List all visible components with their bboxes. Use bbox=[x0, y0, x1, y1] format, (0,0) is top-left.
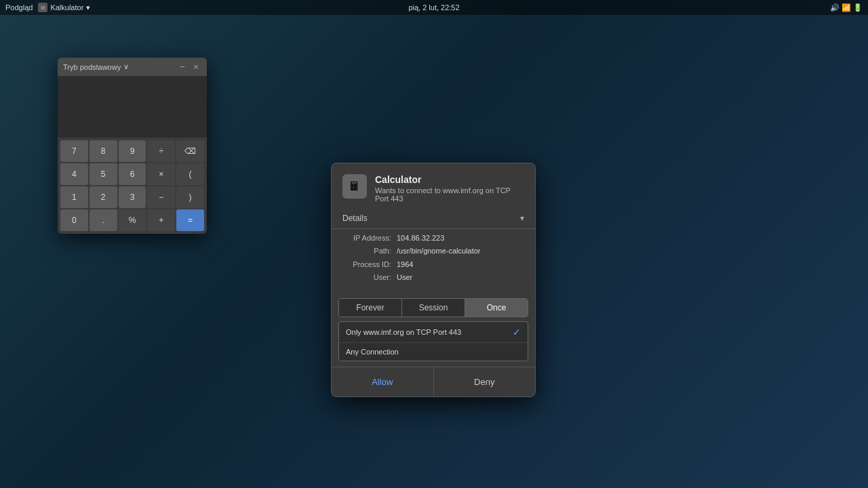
calc-title-arrow[interactable]: ∨ bbox=[123, 62, 129, 71]
app-icon: 🖩 bbox=[342, 174, 367, 199]
calc-key-backspace[interactable]: ⌫ bbox=[176, 140, 204, 162]
deny-button[interactable]: Deny bbox=[434, 367, 536, 396]
calc-key-2[interactable]: 2 bbox=[90, 186, 117, 208]
calc-close-button[interactable]: × bbox=[191, 62, 201, 73]
connection-options: Only www.imf.org on TCP Port 443 ✓ Any C… bbox=[338, 321, 528, 361]
taskbar-right: 🔊 📶 🔋 bbox=[830, 3, 863, 12]
taskbar-app-preview[interactable]: Podgląd bbox=[5, 3, 33, 12]
taskbar-app-calculator[interactable]: ⊞ Kalkulator ▾ bbox=[38, 3, 90, 12]
option-specific-label: Only www.imf.org on TCP Port 443 bbox=[346, 328, 461, 336]
taskbar-calc-label: Kalkulator bbox=[50, 3, 83, 12]
calc-key-add[interactable]: + bbox=[147, 209, 175, 231]
taskbar-left: Podgląd ⊞ Kalkulator ▾ bbox=[5, 3, 90, 12]
calc-key-open-paren[interactable]: ( bbox=[176, 163, 204, 185]
desktop: Tryb podstawowy ∨ − × 7 8 9 ÷ ⌫ 4 5 6 × … bbox=[0, 15, 868, 488]
calc-key-1[interactable]: 1 bbox=[60, 186, 88, 208]
calc-key-percent[interactable]: % bbox=[119, 209, 146, 231]
calc-key-7[interactable]: 7 bbox=[60, 140, 88, 162]
calc-title-text: Tryb podstawowy ∨ bbox=[63, 62, 129, 71]
option-any-label: Any Connection bbox=[346, 348, 399, 356]
ip-label: IP Address: bbox=[342, 233, 397, 243]
calc-titlebar: Tryb podstawowy ∨ − × bbox=[58, 58, 207, 77]
info-row-ip: IP Address: 104.86.32.223 bbox=[342, 233, 524, 243]
tab-session[interactable]: Session bbox=[402, 299, 465, 317]
path-value: /usr/bin/gnome-calculator bbox=[397, 246, 481, 256]
path-label: Path: bbox=[342, 246, 397, 256]
taskbar-calc-arrow: ▾ bbox=[86, 3, 90, 12]
details-label: Details bbox=[342, 214, 368, 223]
option-specific-check: ✓ bbox=[513, 327, 521, 338]
option-specific[interactable]: Only www.imf.org on TCP Port 443 ✓ bbox=[339, 322, 528, 343]
tab-once[interactable]: Once bbox=[465, 299, 528, 317]
details-arrow-icon: ▾ bbox=[520, 214, 524, 223]
calc-key-sub[interactable]: − bbox=[147, 186, 175, 208]
dialog-app-name: Calculator bbox=[375, 174, 524, 185]
process-value: 1964 bbox=[397, 260, 413, 270]
calc-key-6[interactable]: 6 bbox=[119, 163, 146, 185]
firewall-dialog: 🖩 Calculator Wants to connect to www.imf… bbox=[331, 163, 536, 397]
calc-key-4[interactable]: 4 bbox=[60, 163, 88, 185]
dialog-details-toggle[interactable]: Details ▾ bbox=[332, 211, 535, 228]
ip-value: 104.86.32.223 bbox=[397, 233, 444, 243]
calc-buttons: 7 8 9 ÷ ⌫ 4 5 6 × ( 1 2 3 − ) 0 . % + = bbox=[58, 138, 207, 234]
allow-button[interactable]: Allow bbox=[332, 367, 434, 396]
calc-key-div[interactable]: ÷ bbox=[147, 140, 175, 162]
taskbar-datetime: pią, 2 lut, 22:52 bbox=[408, 3, 459, 12]
calc-title-label: Tryb podstawowy bbox=[63, 63, 121, 71]
process-label: Process ID: bbox=[342, 260, 397, 270]
calc-key-3[interactable]: 3 bbox=[119, 186, 146, 208]
duration-tabs: Forever Session Once bbox=[338, 298, 528, 317]
calc-key-close-paren[interactable]: ) bbox=[176, 186, 204, 208]
calc-app-icon: ⊞ bbox=[38, 3, 47, 12]
user-label: User: bbox=[342, 272, 397, 283]
info-row-user: User: User bbox=[342, 272, 524, 283]
info-row-path: Path: /usr/bin/gnome-calculator bbox=[342, 246, 524, 256]
calc-display bbox=[58, 77, 207, 138]
dialog-subtitle: Wants to connect to www.imf.org on TCP P… bbox=[375, 186, 524, 203]
calc-title-controls: − × bbox=[177, 62, 201, 73]
dialog-title-area: Calculator Wants to connect to www.imf.o… bbox=[375, 174, 524, 203]
calc-key-0[interactable]: 0 bbox=[60, 209, 88, 231]
calc-key-dot[interactable]: . bbox=[90, 209, 117, 231]
calc-key-5[interactable]: 5 bbox=[90, 163, 117, 185]
dialog-header: 🖩 Calculator Wants to connect to www.imf… bbox=[332, 163, 535, 211]
calculator-window: Tryb podstawowy ∨ − × 7 8 9 ÷ ⌫ 4 5 6 × … bbox=[58, 58, 207, 234]
calc-key-9[interactable]: 9 bbox=[119, 140, 146, 162]
calc-key-mul[interactable]: × bbox=[147, 163, 175, 185]
info-row-process: Process ID: 1964 bbox=[342, 260, 524, 270]
option-any[interactable]: Any Connection bbox=[339, 343, 528, 361]
action-buttons: Allow Deny bbox=[332, 367, 535, 396]
calc-minimize-button[interactable]: − bbox=[177, 62, 188, 73]
calc-key-8[interactable]: 8 bbox=[90, 140, 117, 162]
user-value: User bbox=[397, 272, 412, 283]
dialog-info: IP Address: 104.86.32.223 Path: /usr/bin… bbox=[332, 228, 535, 293]
tab-forever[interactable]: Forever bbox=[339, 299, 402, 317]
calc-key-equals[interactable]: = bbox=[176, 209, 204, 231]
taskbar-icons: 🔊 📶 🔋 bbox=[830, 3, 863, 12]
taskbar: Podgląd ⊞ Kalkulator ▾ pią, 2 lut, 22:52… bbox=[0, 0, 868, 15]
